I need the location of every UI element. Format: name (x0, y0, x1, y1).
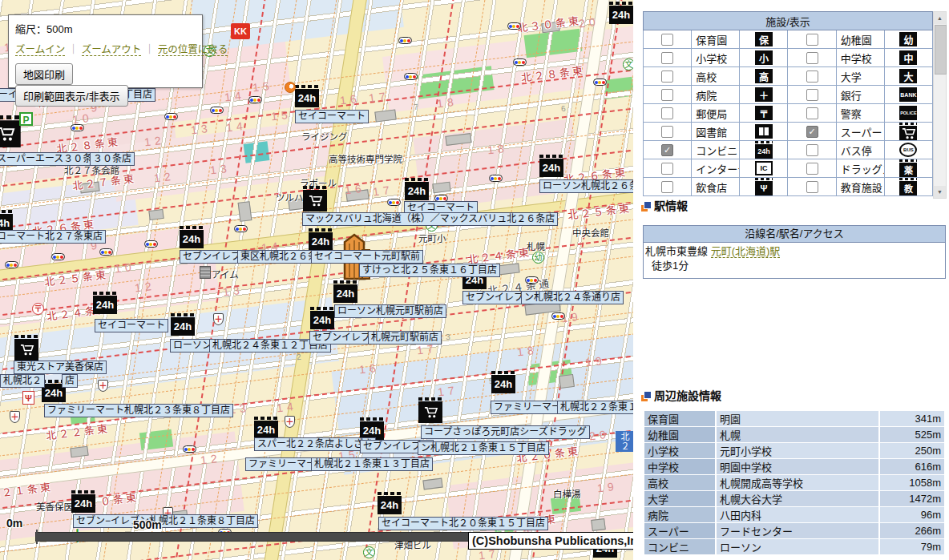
hospital-shield-icon: ＋ (285, 416, 295, 428)
scrollbar-thumb[interactable] (935, 25, 947, 75)
map-poi-label: スパー北２２条店よしざき (254, 437, 376, 451)
traffic-signal-icon (551, 312, 565, 320)
facility-checkbox[interactable]: ✓ (806, 126, 818, 138)
map-print-button[interactable]: 地図印刷 (15, 63, 73, 85)
nearby-facility-row: 小学校元町小学校250m (644, 443, 944, 458)
nearby-facility-row: 高校札幌開成高等学校1058m (644, 475, 944, 490)
facility-checkbox[interactable] (661, 52, 673, 64)
facility-checkbox[interactable] (806, 52, 818, 64)
facility-name: ローソン (717, 539, 878, 554)
map-poi-label: ン札幌北２４条通り店 (521, 291, 624, 304)
kanji-icon: 〒 (755, 106, 773, 120)
station-link[interactable]: 元町(北海道)駅 (711, 245, 781, 258)
map-place-label: 高等技術専門学院 (329, 152, 402, 165)
map-building (238, 201, 252, 222)
kanji-icon: ＋ (755, 87, 773, 102)
traffic-signal-icon (513, 58, 527, 66)
24h-convenience-icon: 24h (310, 307, 334, 329)
block-number: 19 (584, 354, 606, 369)
facility-checkbox[interactable] (661, 163, 673, 175)
traffic-signal-icon (387, 199, 401, 206)
map-poi-label: セイコーマート (295, 110, 369, 123)
link-separator: ｜ (144, 44, 155, 55)
nearby-facility-row: 大学札幌大谷大学1472m (644, 491, 944, 506)
block-number: 20 (588, 428, 610, 443)
facility-table-scrollbar[interactable]: ▲ ▼ (933, 11, 947, 199)
traffic-signal-icon (51, 253, 65, 260)
traffic-signal-icon (489, 175, 503, 182)
facility-checkbox[interactable] (806, 181, 818, 193)
facility-checkbox[interactable] (661, 89, 673, 101)
facility-checkbox[interactable] (806, 163, 818, 175)
school-icon: 文 (363, 546, 375, 558)
block-number: 12 (143, 134, 165, 149)
scrollbar-up-arrow[interactable]: ▲ (934, 12, 946, 24)
hospital-shield-icon: ＋ (98, 380, 108, 392)
traffic-signal-icon (5, 261, 18, 268)
map-poi-label: セブン−イレブン札幌北２１条東８丁目店 (73, 514, 258, 528)
24h-convenience-icon: 24h (491, 371, 515, 393)
facility-checkbox[interactable] (661, 34, 673, 46)
24h-convenience-icon: 24h (539, 155, 563, 177)
kanji-icon: 幼 (899, 32, 917, 46)
facility-checkbox[interactable] (661, 71, 673, 83)
facility-distance: 250m (880, 443, 944, 458)
map-place-label: 美香保医 (36, 500, 73, 513)
map-place-label: ライジング (301, 130, 348, 143)
block-number: 18 (516, 344, 538, 359)
24h-convenience-icon: 24h (71, 490, 95, 513)
facility-checkbox[interactable]: ✓ (661, 144, 673, 156)
24h-convenience-icon: 24h (295, 85, 319, 107)
nearby-facility-table: 保育園明園341m幼稚園札幌525m小学校元町小学校250m中学校明園中学校61… (643, 410, 946, 555)
map-canvas[interactable]: 北３０条東北２８条東北３０条東北２８条東北２７条東北２６条東北２６条東北２５条東… (0, 0, 633, 560)
block-number: 15 (270, 108, 292, 123)
facility-distance: 616m (880, 459, 944, 474)
block-number: 14 (224, 89, 245, 104)
traffic-signal-icon (164, 113, 178, 120)
kanji-icon: 保 (755, 32, 773, 46)
road-sign-blue: 北２ (616, 431, 633, 452)
facility-checkbox[interactable] (806, 89, 818, 101)
scalebar-start-label: 0m (6, 517, 22, 530)
zoom-out-link[interactable]: ズームアウト (82, 44, 142, 56)
scrollbar-down-arrow[interactable]: ▼ (934, 186, 946, 198)
station-access: 徒歩1分 (645, 260, 689, 272)
fork-knife-icon: Ψ (755, 178, 773, 195)
facility-checkbox[interactable] (806, 34, 818, 46)
facility-label: 教育施設 (836, 178, 884, 196)
zoom-in-link[interactable]: ズームイン (15, 44, 65, 56)
facility-checkbox[interactable] (661, 107, 673, 119)
facility-label: バス停 (836, 141, 884, 159)
facility-checkbox[interactable] (661, 181, 673, 193)
24h-convenience-icon: 24h (609, 2, 633, 24)
map-poi-label: ローソン札幌元町駅前店 (334, 304, 446, 318)
kanji-icon: 薬 (899, 159, 917, 177)
map-poi-label: セイコーマート (95, 319, 168, 332)
lot-number: 2 (296, 353, 301, 362)
facility-row: 保育園保幼稚園幼 (644, 30, 933, 49)
supermarket-cart-icon (303, 186, 327, 212)
facility-category: 大学 (644, 491, 715, 506)
facility-label: 高校 (692, 67, 740, 86)
facility-checkbox[interactable] (806, 107, 818, 119)
traffic-signal-icon (398, 37, 412, 44)
section-icon (641, 391, 652, 401)
facility-label: 幼稚園 (836, 30, 884, 49)
24h-convenience-icon: 24h (171, 313, 195, 336)
station-line-name: 札幌市東豊線 (645, 245, 708, 257)
reset-position-link[interactable]: 元の位置に戻る (158, 44, 228, 56)
24h-convenience-icon: 24h (333, 280, 357, 303)
24h-convenience-icon: 24h (254, 417, 278, 439)
facility-category: スーパー (644, 523, 715, 538)
book-icon (755, 124, 773, 139)
facility-checkbox[interactable] (661, 126, 673, 138)
facility-distance: 341m (880, 411, 944, 426)
facility-checkbox[interactable] (806, 71, 818, 83)
facility-checkbox[interactable] (806, 144, 818, 156)
nearby-facility-row: スーパーフードセンター266m (644, 523, 944, 538)
map-poi-label: 札幌北２ (0, 374, 45, 388)
print-range-toggle-button[interactable]: 印刷範囲表示/非表示 (15, 85, 128, 107)
block-number: 12 (153, 170, 175, 185)
facility-name: 元町小学校 (717, 443, 878, 458)
map-poi-label: セイコーマート元町駅前 (311, 250, 423, 264)
